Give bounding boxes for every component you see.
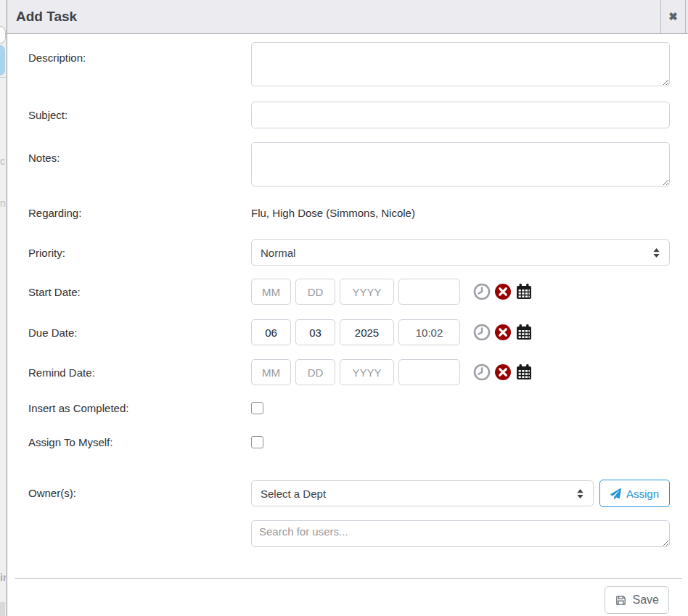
backdrop-panel-corner <box>0 26 6 44</box>
close-button[interactable]: ✖ <box>660 0 686 33</box>
start-year-input[interactable] <box>340 279 394 305</box>
owners-label: Owner(s): <box>28 480 251 500</box>
select-expand-icon <box>576 488 584 499</box>
remind-date-label: Remind Date: <box>28 359 251 379</box>
row-regarding: Regarding: Flu, High Dose (Simmons, Nico… <box>28 206 669 221</box>
add-task-dialog: Add Task ✖ Description: Subject: Notes: <box>7 0 688 616</box>
subject-label: Subject: <box>28 102 251 122</box>
row-insert-completed: Insert as Completed: <box>28 401 669 415</box>
select-expand-icon <box>652 247 660 258</box>
start-calendar-icon[interactable] <box>515 283 533 300</box>
row-assign-myself: Assign To Myself: <box>28 435 669 449</box>
due-clear-icon[interactable] <box>494 324 512 341</box>
backdrop-page-strip: c ns in <box>0 0 7 616</box>
remind-calendar-icon[interactable] <box>515 364 533 381</box>
priority-select[interactable]: Normal <box>251 239 670 266</box>
start-time-input[interactable] <box>398 279 460 305</box>
user-search-textarea[interactable] <box>251 520 670 547</box>
remind-day-input[interactable] <box>295 359 335 385</box>
dialog-header: Add Task ✖ <box>7 0 688 34</box>
notes-label: Notes: <box>28 142 251 165</box>
description-label: Description: <box>28 42 251 65</box>
backdrop-divider <box>0 77 6 78</box>
start-month-input[interactable] <box>251 279 291 305</box>
insert-completed-label: Insert as Completed: <box>28 401 251 415</box>
due-calendar-icon[interactable] <box>515 324 533 341</box>
assign-button-label: Assign <box>626 488 659 500</box>
remind-clock-icon[interactable] <box>473 364 491 381</box>
save-button-label: Save <box>633 594 659 607</box>
due-date-label: Due Date: <box>28 319 251 340</box>
backdrop-text-fragment: ns <box>0 197 6 209</box>
dept-selected-value: Select a Dept <box>261 488 326 500</box>
row-subject: Subject: <box>28 102 669 128</box>
remind-month-input[interactable] <box>251 359 291 385</box>
due-clock-icon[interactable] <box>473 324 491 341</box>
remind-time-input[interactable] <box>398 359 460 385</box>
backdrop-blue-element <box>0 45 5 75</box>
remind-clear-icon[interactable] <box>494 364 512 381</box>
row-user-search <box>28 520 669 550</box>
dept-select[interactable]: Select a Dept <box>251 480 594 506</box>
regarding-label: Regarding: <box>28 206 251 220</box>
dialog-title: Add Task <box>7 9 77 25</box>
priority-label: Priority: <box>28 239 251 260</box>
description-textarea[interactable] <box>251 42 670 86</box>
row-due-date: Due Date: <box>28 319 669 345</box>
assign-myself-label: Assign To Myself: <box>28 435 251 449</box>
backdrop-text-fragment: in <box>0 572 6 583</box>
start-day-input[interactable] <box>295 279 335 305</box>
save-floppy-icon <box>615 594 627 607</box>
insert-completed-checkbox[interactable] <box>251 402 263 414</box>
start-clock-icon[interactable] <box>473 283 491 300</box>
row-notes: Notes: <box>28 142 669 186</box>
row-owners: Owner(s): Select a Dept Assign <box>28 480 669 507</box>
start-clear-icon[interactable] <box>494 283 512 300</box>
row-remind-date: Remind Date: <box>28 359 669 385</box>
due-time-input[interactable] <box>398 319 460 345</box>
close-icon: ✖ <box>668 10 678 23</box>
row-start-date: Start Date: <box>28 279 669 305</box>
remind-year-input[interactable] <box>340 359 394 385</box>
notes-textarea[interactable] <box>251 142 670 186</box>
backdrop-bottom-element <box>0 602 5 616</box>
assign-myself-checkbox[interactable] <box>251 436 263 448</box>
backdrop-text-fragment: c <box>0 155 6 167</box>
due-day-input[interactable] <box>295 319 335 345</box>
save-button[interactable]: Save <box>605 586 669 614</box>
priority-selected-value: Normal <box>261 247 295 259</box>
dialog-footer: Save <box>7 579 688 614</box>
subject-input <box>251 102 670 128</box>
due-year-input[interactable] <box>340 319 394 345</box>
row-description: Description: <box>28 42 669 86</box>
due-month-input[interactable] <box>251 319 291 345</box>
dialog-body: Description: Subject: Notes: Regarding: … <box>7 34 688 550</box>
regarding-value: Flu, High Dose (Simmons, Nicole) <box>251 206 669 221</box>
assign-button[interactable]: Assign <box>599 480 670 507</box>
start-date-label: Start Date: <box>28 279 251 299</box>
row-priority: Priority: Normal <box>28 239 669 266</box>
paper-plane-icon <box>610 488 621 499</box>
